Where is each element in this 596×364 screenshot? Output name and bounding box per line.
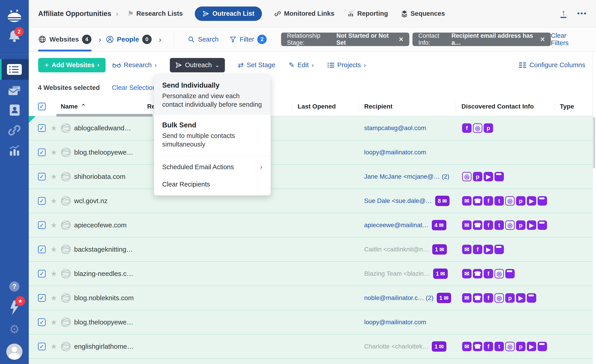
add-websites-button[interactable]: + Add Websites › (38, 58, 106, 72)
email-icon[interactable]: ✉ (462, 269, 471, 278)
help-icon[interactable]: ? (0, 276, 29, 297)
notifications-bell-icon[interactable]: 2 (0, 26, 29, 46)
facebook-icon[interactable]: f (462, 123, 471, 133)
filter-button[interactable]: Filter 2 (229, 35, 267, 44)
youtube-icon[interactable]: ▶ (484, 172, 493, 181)
upgrade-bolt-icon[interactable]: ★ (0, 297, 29, 319)
recipient-link[interactable]: Sue Dale <sue.dale@… (364, 197, 432, 204)
row-checkbox[interactable]: ✓ (38, 197, 46, 205)
table-row[interactable]: ✓★blog.theloopyewe…loopy@mailinator.com (29, 141, 592, 165)
website-name[interactable]: blog.theloopyewe… (74, 149, 134, 156)
pinterest-icon[interactable]: p (516, 196, 525, 206)
recipient-link[interactable]: loopy@mailinator.com (364, 149, 426, 156)
email-icon[interactable]: ✉ (462, 220, 471, 230)
favorite-star-icon[interactable]: ★ (51, 318, 57, 327)
pinterest-icon[interactable]: p (516, 342, 525, 351)
chip-close-icon[interactable]: ✕ (399, 36, 403, 43)
horizontal-scrollbar-thumb[interactable] (56, 114, 153, 117)
vertical-scrollbar-thumb[interactable] (593, 117, 595, 169)
select-all-checkbox[interactable]: ✓ (38, 103, 46, 110)
favorite-star-icon[interactable]: ★ (51, 172, 57, 181)
youtube-icon[interactable]: ▶ (527, 196, 536, 206)
facebook-icon[interactable]: f (484, 293, 493, 303)
favorite-star-icon[interactable]: ★ (51, 245, 57, 254)
favorite-star-icon[interactable]: ★ (51, 221, 57, 230)
website-name[interactable]: wcl.govt.nz (74, 197, 107, 205)
instagram-icon[interactable]: ◎ (505, 342, 515, 351)
nav-research-lists[interactable]: ⚑ Research Lists (128, 10, 183, 17)
row-checkbox[interactable]: ✓ (38, 149, 46, 156)
nav-reporting[interactable]: Reporting (347, 10, 388, 17)
notebook-icon[interactable] (538, 196, 547, 206)
youtube-icon[interactable]: ▶ (527, 220, 536, 230)
notebook-icon[interactable] (538, 342, 547, 351)
table-row[interactable]: ✓★englishgirlathome…Charlotte <charlotte… (29, 334, 592, 359)
youtube-icon[interactable]: ▶ (516, 293, 525, 303)
filter-chip-contact-info[interactable]: Contact Info: Recipient email address ha… (412, 33, 551, 46)
phone-icon[interactable]: ☎ (473, 196, 482, 206)
column-header-name[interactable]: Name⌃ (61, 97, 144, 116)
favorite-star-icon[interactable]: ★ (51, 124, 57, 132)
youtube-icon[interactable]: ▶ (527, 342, 536, 351)
twitter-icon[interactable]: t (494, 220, 504, 230)
row-checkbox[interactable]: ✓ (38, 270, 46, 277)
row-checkbox[interactable]: ✓ (38, 245, 46, 253)
notebook-icon[interactable] (494, 172, 504, 181)
phone-icon[interactable]: ☎ (473, 342, 482, 351)
notebook-icon[interactable] (538, 220, 547, 230)
clear-filters-link[interactable]: Clear Filters (551, 32, 583, 47)
instagram-icon[interactable]: ◎ (494, 269, 504, 278)
pinterest-icon[interactable]: p (516, 220, 525, 230)
twitter-icon[interactable]: t (494, 196, 504, 206)
instagram-icon[interactable]: ◎ (494, 293, 504, 303)
user-avatar[interactable] (0, 339, 29, 364)
edit-button[interactable]: ✎ Edit› (289, 61, 314, 69)
facebook-icon[interactable]: f (473, 245, 482, 254)
recipient-link[interactable]: noble@mailinator.c… (2) (364, 294, 434, 302)
configure-columns-button[interactable]: Configure Columns (519, 61, 585, 69)
recipient-link[interactable]: Caitlin <caitlinknit@n… (364, 246, 429, 253)
youtube-icon[interactable]: ▶ (484, 245, 493, 254)
email-icon[interactable]: ✉ (462, 342, 471, 351)
research-button[interactable]: Research› (112, 61, 156, 69)
table-row[interactable]: ✓★wcl.govt.nzSue Dale <sue.dale@…8✉✉☎ft◎… (29, 189, 592, 213)
websites-chevron-icon[interactable]: › (99, 35, 101, 44)
table-row[interactable]: ✓★blazing-needles.c…Blazing Team <blazin… (29, 262, 592, 286)
phone-icon[interactable]: ☎ (473, 293, 482, 303)
more-menu-icon[interactable]: ••• (577, 10, 587, 17)
sidebar-item-links[interactable] (0, 120, 29, 141)
set-stage-button[interactable]: ⇄ Set Stage (238, 61, 275, 69)
pinterest-icon[interactable]: p (484, 123, 493, 133)
row-checkbox[interactable]: ✓ (38, 221, 46, 229)
people-chevron-icon[interactable]: › (159, 35, 161, 44)
table-row[interactable]: ✓★backstageknitting…Caitlin <caitlinknit… (29, 238, 592, 262)
email-icon[interactable]: ✉ (462, 293, 471, 303)
facebook-icon[interactable]: f (484, 220, 493, 230)
email-icon[interactable]: ✉ (462, 245, 471, 254)
notebook-icon[interactable] (494, 245, 504, 254)
favorite-star-icon[interactable]: ★ (51, 148, 57, 157)
table-row[interactable]: ✓★shihoriobata.comJane McJane <mcjane@… … (29, 165, 592, 189)
row-checkbox[interactable]: ✓ (38, 343, 46, 350)
favorite-star-icon[interactable]: ★ (51, 342, 57, 351)
recipient-link[interactable]: Jane McJane <mcjane@… (2) (364, 173, 449, 180)
chip-close-icon[interactable]: ✕ (540, 36, 545, 43)
recipient-link[interactable]: Blazing Team <blazin… (364, 270, 430, 277)
instagram-icon[interactable]: ◎ (505, 196, 515, 206)
website-name[interactable]: backstageknitting… (74, 245, 133, 253)
menu-item-bulk-send[interactable]: Bulk Send Send to multiple contacts simu… (154, 115, 270, 155)
pinterest-icon[interactable]: p (473, 172, 482, 181)
instagram-icon[interactable]: ◎ (462, 172, 471, 181)
facebook-icon[interactable]: f (484, 269, 493, 278)
row-checkbox[interactable]: ✓ (38, 318, 46, 326)
outreach-button[interactable]: Outreach ⌄ (170, 58, 225, 72)
recipient-link[interactable]: Charlotte <charlottek… (364, 343, 429, 350)
search-button[interactable]: Search (188, 36, 219, 43)
row-checkbox[interactable]: ✓ (38, 294, 46, 302)
sidebar-item-contacts[interactable] (0, 100, 29, 120)
column-header-last-opened[interactable]: Last Opened (292, 97, 359, 116)
table-row[interactable]: ✓★blog.nobleknits.comnoble@mailinator.c…… (29, 286, 592, 310)
table-row[interactable]: ✓★apieceofewe.comapieceewe@mailinat…4✉✉☎… (29, 213, 592, 238)
website-name[interactable]: englishgirlathome… (74, 343, 134, 350)
menu-item-send-individually[interactable]: Send Individually Personalize and view e… (154, 75, 270, 115)
